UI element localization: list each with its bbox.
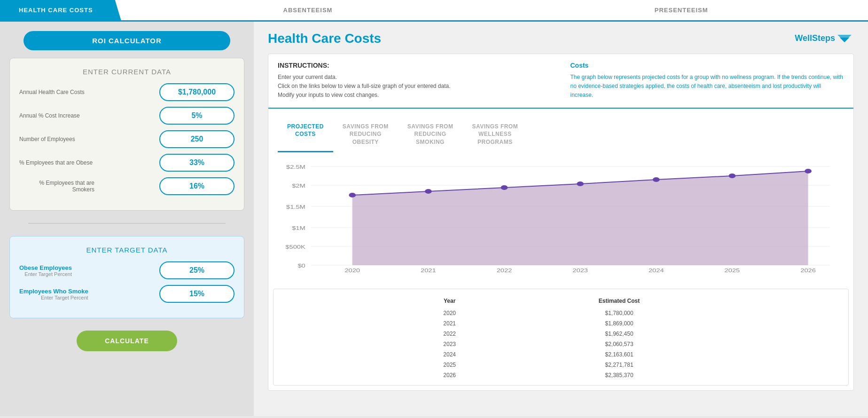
svg-text:2026: 2026 (800, 268, 816, 273)
svg-text:2020: 2020 (344, 268, 360, 273)
calculate-button[interactable]: CALCULATE (77, 331, 177, 351)
svg-point-18 (577, 181, 584, 186)
tabs-row: PROJECTED COSTS SAVINGS FROM REDUCING OB… (268, 109, 853, 152)
smokers-sublabel: Enter Target Percent (19, 295, 88, 300)
table-row: 2026$2,385,370 (391, 370, 731, 380)
top-navigation: HEALTH CARE COSTS ABSENTEEISM PRESENTEEI… (0, 0, 868, 22)
table-row: 2024$2,163,601 (391, 349, 731, 360)
table-cell-cost: $2,271,781 (508, 360, 731, 370)
svg-text:$1.5M: $1.5M (286, 205, 305, 210)
table-cell-year: 2023 (391, 339, 508, 349)
table-cell-year: 2020 (391, 308, 508, 318)
svg-point-17 (501, 185, 508, 190)
num-employees-value[interactable]: 250 (159, 130, 235, 148)
costs-title: Costs (571, 62, 845, 69)
table-cell-cost: $1,869,000 (508, 318, 731, 329)
table-cell-cost: $2,163,601 (508, 349, 731, 360)
annual-health-care-value[interactable]: $1,780,000 (159, 83, 235, 101)
instructions-line-1: Enter your current data. (278, 73, 552, 82)
sidebar: ROI CALCULATOR ENTER CURRENT DATA Annual… (0, 22, 254, 416)
tab-savings-wellness[interactable]: SAVINGS FROM WELLNESS PROGRAMS (462, 118, 527, 152)
pct-obese-value[interactable]: 33% (159, 154, 235, 172)
table-cell-year: 2025 (391, 360, 508, 370)
nav-presenteeism[interactable]: PRESENTEEISM (494, 0, 868, 20)
divider (28, 223, 226, 224)
nav-absenteeism[interactable]: ABSENTEEISM (121, 0, 495, 20)
svg-text:2025: 2025 (725, 268, 740, 273)
svg-text:$1M: $1M (292, 226, 305, 231)
svg-point-16 (425, 189, 432, 194)
tab-projected-costs[interactable]: PROJECTED COSTS (278, 118, 333, 152)
obese-employees-name: Obese Employees (19, 264, 72, 271)
svg-text:2023: 2023 (572, 268, 588, 273)
instructions-right: Costs The graph below represents project… (571, 62, 845, 100)
svg-text:$2.5M: $2.5M (286, 165, 305, 170)
svg-text:$500K: $500K (285, 244, 305, 250)
svg-point-20 (729, 174, 736, 178)
chart-container: $2.5M $2M $1.5M $1M $500K $0 (268, 152, 853, 284)
tab-savings-smoking[interactable]: SAVINGS FROM REDUCING SMOKING (398, 118, 463, 152)
annual-cost-increase-row: Annual % Cost Increase 5% (19, 107, 235, 125)
annual-health-care-label: Annual Health Care Costs (19, 89, 85, 95)
obese-employees-label-group: Obese Employees Enter Target Percent (19, 264, 72, 277)
svg-text:2021: 2021 (421, 268, 436, 273)
table-row: 2020$1,780,000 (391, 308, 731, 318)
chart-area: $2.5M $2M $1.5M $1M $500K $0 (278, 162, 844, 275)
pct-smokers-row: % Employees that are Smokers 16% (19, 177, 235, 195)
instructions-line-2: Click on the links below to view a full-… (278, 82, 552, 91)
target-data-card: ENTER TARGET DATA Obese Employees Enter … (9, 236, 244, 318)
svg-text:$0: $0 (297, 263, 305, 268)
roi-calculator-header: ROI CALCULATOR (23, 31, 230, 50)
annual-health-care-row: Annual Health Care Costs $1,780,000 (19, 83, 235, 101)
wellsteps-logo: WellSteps (795, 31, 854, 45)
table-row: 2022$1,962,450 (391, 329, 731, 339)
projected-costs-chart: $2.5M $2M $1.5M $1M $500K $0 (278, 162, 844, 275)
table-row: 2023$2,060,573 (391, 339, 731, 349)
svg-text:2024: 2024 (649, 268, 664, 273)
table-cell-year: 2022 (391, 329, 508, 339)
tab-savings-obesity[interactable]: SAVINGS FROM REDUCING OBESITY (333, 118, 398, 152)
annual-cost-increase-label: Annual % Cost Increase (19, 112, 80, 119)
svg-point-21 (805, 169, 812, 174)
instructions-line-3: Modify your inputs to view cost changes. (278, 91, 552, 100)
instructions-left: INSTRUCTIONS: Enter your current data. C… (278, 62, 552, 100)
svg-text:2022: 2022 (497, 268, 512, 273)
table-cell-cost: $1,780,000 (508, 308, 731, 318)
target-data-title: ENTER TARGET DATA (19, 246, 235, 254)
logo-text: WellSteps (795, 33, 835, 43)
obese-employees-sublabel: Enter Target Percent (19, 271, 72, 277)
instructions-section: INSTRUCTIONS: Enter your current data. C… (268, 54, 853, 109)
table-header-cost: Estimated Cost (508, 294, 731, 308)
smokers-name: Employees Who Smoke (19, 288, 88, 295)
smokers-row: Employees Who Smoke Enter Target Percent… (19, 285, 235, 303)
table-header-year: Year (391, 294, 508, 308)
svg-point-15 (349, 193, 356, 197)
nav-health-care-costs[interactable]: HEALTH CARE COSTS (0, 0, 121, 20)
annual-cost-increase-value[interactable]: 5% (159, 107, 235, 125)
cost-data-table: Year Estimated Cost 2020$1,780,0002021$1… (391, 294, 731, 380)
table-cell-cost: $2,385,370 (508, 370, 731, 380)
pct-smokers-value[interactable]: 16% (159, 177, 235, 195)
pct-obese-label: % Employees that are Obese (19, 159, 93, 166)
table-cell-year: 2026 (391, 370, 508, 380)
table-cell-year: 2021 (391, 318, 508, 329)
table-row: 2021$1,869,000 (391, 318, 731, 329)
costs-text: The graph below represents projected cos… (571, 73, 845, 100)
instructions-title: INSTRUCTIONS: (278, 62, 552, 69)
svg-text:$2M: $2M (292, 183, 305, 189)
table-row: 2025$2,271,781 (391, 360, 731, 370)
table-cell-cost: $2,060,573 (508, 339, 731, 349)
obese-employees-value[interactable]: 25% (159, 261, 235, 279)
content-box: INSTRUCTIONS: Enter your current data. C… (268, 54, 854, 391)
logo-icon (835, 31, 854, 45)
obese-employees-row: Obese Employees Enter Target Percent 25% (19, 261, 235, 279)
page-title: Health Care Costs (268, 31, 381, 46)
page-header: Health Care Costs WellSteps (268, 31, 854, 46)
pct-smokers-label: % Employees that are Smokers (19, 180, 94, 193)
main-content: Health Care Costs WellSteps INSTRUCTIONS… (254, 22, 868, 416)
table-cell-year: 2024 (391, 349, 508, 360)
smokers-value[interactable]: 15% (159, 285, 235, 303)
current-data-card: ENTER CURRENT DATA Annual Health Care Co… (9, 58, 244, 211)
num-employees-label: Number of Employees (19, 136, 75, 142)
current-data-title: ENTER CURRENT DATA (19, 68, 235, 76)
